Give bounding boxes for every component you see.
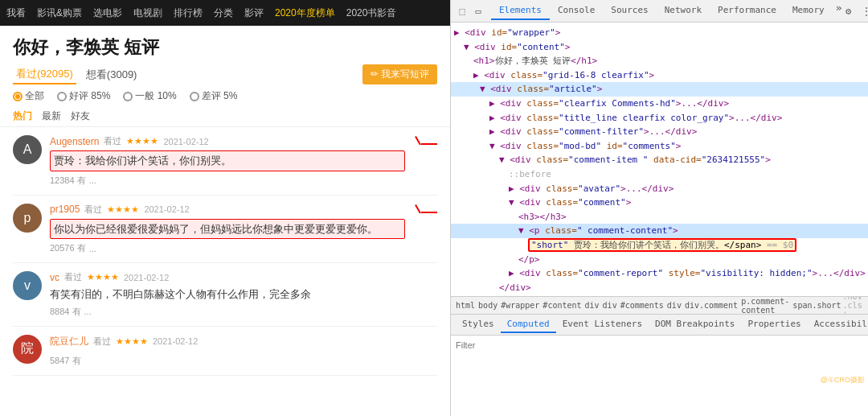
bc-comments[interactable]: #comments	[620, 301, 664, 310]
review-content: Augenstern 看过 ★★★★ 2021-02-12 贾玲：我给你们讲个笑…	[50, 135, 405, 187]
nav-item-ranking[interactable]: 排行榜	[174, 6, 203, 20]
dom-line[interactable]: ▶ <div class="grid-16-8 clearfix">	[451, 68, 868, 83]
review-meta: 5847 有	[50, 355, 437, 367]
nav-item-tickets[interactable]: 影讯&购票	[37, 6, 82, 20]
bc-div2[interactable]: div	[603, 301, 617, 310]
dom-line[interactable]: <h1>你好，李焕英 短评</h1>	[451, 54, 868, 68]
tab-console[interactable]: Console	[550, 2, 603, 20]
nav-item-2020[interactable]: 2020年度榜单	[275, 6, 335, 20]
dom-line[interactable]: </div>	[451, 281, 868, 295]
reviewer-name[interactable]: 院豆仁儿	[50, 335, 88, 348]
bottom-tab-accessibility[interactable]: Accessibility	[808, 316, 868, 333]
bc-p-comment-content[interactable]: p.comment-content	[741, 297, 789, 315]
sort-friend[interactable]: 好友	[71, 109, 90, 123]
bc-div-comment[interactable]: div.comment	[685, 301, 738, 310]
stars: ★★★★	[87, 272, 119, 282]
dom-line[interactable]: ▶ <div class="clearfix Comments-hd">...<…	[451, 97, 868, 111]
like-count: 5847 有	[50, 355, 81, 367]
dom-line[interactable]: ▶ <div class="comment-filter">...</div>	[451, 125, 868, 139]
review-content: 院豆仁儿 看过 ★★★★ 2021-02-12 5847 有	[50, 335, 437, 367]
tab-network[interactable]: Network	[657, 2, 710, 20]
review-text: 你以为你已经很爱很爱妈妈了，但妈妈远比你想象中更爱更爱更爱你。	[50, 219, 405, 240]
reviewer-name[interactable]: Augenstern	[50, 136, 99, 147]
bc-div1[interactable]: div	[585, 301, 600, 310]
tabs-row: 看过(92095) 想看(3009)	[13, 65, 140, 84]
filter-all[interactable]: 全部	[13, 89, 44, 103]
nav-item-tv[interactable]: 电视剧	[133, 6, 162, 20]
filter-input[interactable]	[456, 340, 863, 350]
review-meta: 12384 有 ...	[50, 175, 405, 187]
reviewer-name[interactable]: vc	[50, 272, 59, 283]
dom-line[interactable]: <h3></h3>	[451, 210, 868, 224]
bottom-tab-computed[interactable]: Computed	[501, 316, 556, 333]
bc-body[interactable]: body	[478, 301, 497, 310]
dom-line[interactable]: </p>	[451, 253, 868, 267]
bc-div3[interactable]: div	[667, 301, 682, 310]
dom-line-span-short-1[interactable]: "short" 贾玲：我给你们讲个笑话，你们别哭。</span> == $0	[451, 238, 868, 253]
radio-good	[57, 92, 67, 101]
review-header: vc 看过 ★★★★ 2021-02-12	[50, 271, 437, 283]
more-dots[interactable]: ...	[89, 175, 96, 185]
dt-settings: ⚙ ⋮ ✕	[842, 5, 869, 18]
sort-hot[interactable]: 热门	[13, 109, 32, 123]
dom-line-comment-content-1[interactable]: ▼ <p class=" comment-content">	[451, 224, 868, 238]
tab-watched[interactable]: 看过(92095)	[13, 65, 76, 84]
bc-html[interactable]: html	[456, 301, 475, 310]
sort-new[interactable]: 最新	[42, 109, 61, 123]
dom-line[interactable]: ▶ <div id="wrapper">	[451, 26, 868, 40]
bottom-tab-styles[interactable]: Styles	[456, 316, 501, 333]
more-dots[interactable]: ...	[89, 244, 96, 253]
nav-item-2020b[interactable]: 2020书影音	[346, 6, 397, 20]
review-content: pr1905 看过 ★★★★ 2021-02-12 你以为你已经很爱很爱妈妈了，…	[50, 204, 405, 255]
bottom-tab-event-listeners[interactable]: Event Listeners	[556, 316, 649, 333]
review-text: 有笑有泪的，不明白陈赫这个人物有什么作用，完全多余	[50, 286, 437, 303]
dom-line[interactable]: ▶ <div class="avatar">...</div>	[451, 182, 868, 196]
nav-item-category[interactable]: 分类	[214, 6, 233, 20]
dom-line-article[interactable]: ▼ <div class="article">	[451, 82, 868, 97]
filter-bad[interactable]: 差评 5%	[190, 89, 238, 103]
filter-normal[interactable]: 一般 10%	[123, 89, 176, 103]
reviewer-name[interactable]: pr1905	[50, 204, 80, 215]
review-item: v vc 看过 ★★★★ 2021-02-12 有笑有泪的，不明白陈赫这个人物有…	[13, 263, 437, 327]
review-tag: 看过	[84, 204, 102, 216]
tab-memory[interactable]: Memory	[784, 2, 833, 20]
more-options-icon[interactable]: ⋮	[860, 5, 869, 18]
dt-more[interactable]: »	[836, 2, 842, 20]
review-list: A Augenstern 看过 ★★★★ 2021-02-12 贾玲：我给你们讲…	[0, 127, 450, 401]
page-title: 你好，李焕英 短评	[0, 26, 450, 63]
radio-bad	[190, 92, 199, 101]
settings-icon[interactable]: ⚙	[842, 5, 855, 18]
dom-line[interactable]: ▶ <div class="title_line clearfix color_…	[451, 111, 868, 126]
more-dots[interactable]: ...	[84, 307, 92, 316]
watermark: @①CRO摄影	[821, 375, 865, 385]
dom-line[interactable]: ▶ <div class="comment-report" style="vis…	[451, 266, 868, 281]
stars: ★★★★	[116, 336, 148, 347]
bottom-tab-dom-breakpoints[interactable]: DOM Breakpoints	[649, 316, 741, 333]
tab-want[interactable]: 想看(3009)	[83, 66, 141, 84]
dom-line[interactable]: ▼ <div class="comment">	[451, 196, 868, 210]
nav-item-review[interactable]: 影评	[244, 6, 264, 20]
devtools-panel: ⬚ ▭ Elements Console Sources Network Per…	[450, 0, 868, 416]
bottom-tab-properties[interactable]: Properties	[741, 316, 807, 333]
review-item: p pr1905 看过 ★★★★ 2021-02-12 你以为你已经很爱很爱妈妈…	[13, 196, 437, 264]
dom-line[interactable]: ::before	[451, 167, 868, 182]
tab-elements[interactable]: Elements	[491, 2, 550, 20]
review-header: Augenstern 看过 ★★★★ 2021-02-12	[50, 135, 405, 147]
filter-good[interactable]: 好评 85%	[57, 89, 110, 103]
avatar: A	[13, 135, 42, 164]
dom-line[interactable]: ▼ <div id="content">	[451, 40, 868, 55]
review-date: 2021-02-12	[153, 336, 198, 346]
write-short-review-button[interactable]: ✏ 我来写短评	[362, 64, 437, 84]
bc-wrapper[interactable]: #wrapper	[501, 301, 539, 310]
dom-line[interactable]: ▼ <div class="mod-bd" id="comments">	[451, 139, 868, 154]
inspect-icon[interactable]: ⬚	[456, 5, 469, 18]
nav-item-watching[interactable]: 我看	[6, 6, 26, 20]
dt-icons: ⬚ ▭	[456, 5, 485, 18]
tab-sources[interactable]: Sources	[603, 2, 656, 20]
dom-line[interactable]: ▼ <div class="comment-item " data-cid="2…	[451, 153, 868, 167]
tab-performance[interactable]: Performance	[710, 2, 784, 20]
nav-item-movies[interactable]: 选电影	[93, 6, 122, 20]
bc-content[interactable]: #content	[542, 301, 581, 310]
device-icon[interactable]: ▭	[472, 5, 485, 18]
bc-span-short[interactable]: span.short	[792, 301, 841, 310]
